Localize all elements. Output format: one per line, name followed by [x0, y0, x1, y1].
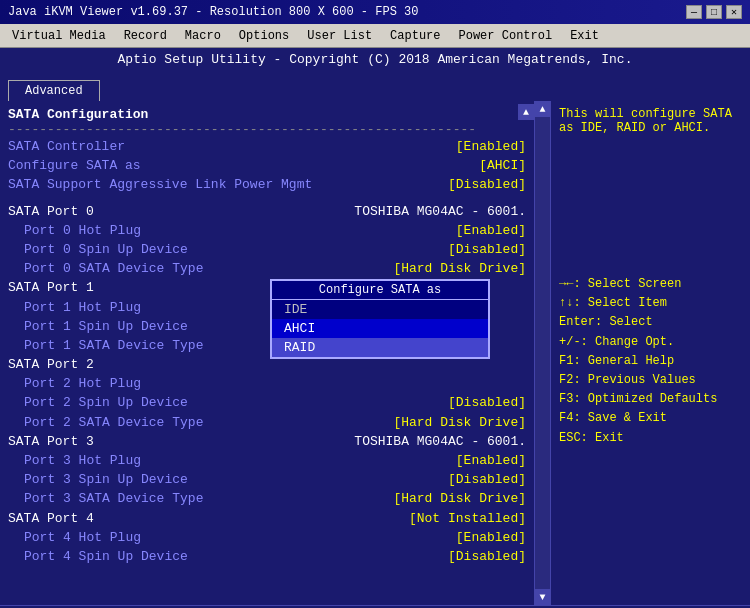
shortcut-change-opt: +/-: Change Opt. — [559, 333, 742, 352]
help-text: This will configure SATA as IDE, RAID or… — [559, 107, 742, 135]
tab-advanced[interactable]: Advanced — [8, 80, 100, 101]
shortcut-select-item: ↑↓: Select Item — [559, 294, 742, 313]
bios-header-title: Aptio Setup Utility - Copyright (C) 2018… — [118, 52, 633, 67]
title-bar: Java iKVM Viewer v1.69.37 - Resolution 8… — [0, 0, 750, 24]
bios-row-sata-controller: SATA Controller [Enabled] — [8, 138, 526, 156]
bios-row-port4-hotplug: Port 4 Hot Plug [Enabled] — [8, 529, 526, 547]
bios-row-port4-spinup: Port 4 Spin Up Device [Disabled] — [8, 548, 526, 566]
section-title: SATA Configuration — [8, 107, 526, 122]
shortcuts-section: →←: Select Screen ↑↓: Select Item Enter:… — [559, 275, 742, 448]
scroll-up-button[interactable]: ▲ — [518, 104, 534, 120]
shortcut-f2: F2: Previous Values — [559, 371, 742, 390]
bios-row-port0-device-type: Port 0 SATA Device Type [Hard Disk Drive… — [8, 260, 526, 278]
window-title: Java iKVM Viewer v1.69.37 - Resolution 8… — [8, 5, 418, 19]
scroll-up-arrow[interactable]: ▲ — [535, 101, 551, 117]
dropdown-option-raid[interactable]: RAID — [272, 338, 488, 357]
bios-row-port2-spinup: Port 2 Spin Up Device [Disabled] — [8, 394, 526, 412]
shortcut-esc: ESC: Exit — [559, 429, 742, 448]
minimize-button[interactable]: — — [686, 5, 702, 19]
bios-row-port3-spinup: Port 3 Spin Up Device [Disabled] — [8, 471, 526, 489]
maximize-button[interactable]: □ — [706, 5, 722, 19]
shortcut-select-screen: →←: Select Screen — [559, 275, 742, 294]
title-bar-controls: — □ ✕ — [686, 5, 742, 19]
menu-exit[interactable]: Exit — [562, 27, 607, 45]
scroll-track — [535, 117, 550, 589]
bios-row-port2-hotplug: Port 2 Hot Plug — [8, 375, 526, 393]
tab-bar: Advanced — [0, 76, 750, 101]
bios-row-port3-device-type: Port 3 SATA Device Type [Hard Disk Drive… — [8, 490, 526, 508]
bios-row-port0-hotplug: Port 0 Hot Plug [Enabled] — [8, 222, 526, 240]
bios-row-sata-port3: SATA Port 3 TOSHIBA MG04AC - 6001. — [8, 433, 526, 451]
dropdown-option-ide[interactable]: IDE — [272, 300, 488, 319]
bios-header: Aptio Setup Utility - Copyright (C) 2018… — [0, 48, 750, 76]
bios-row-port0-spinup: Port 0 Spin Up Device [Disabled] — [8, 241, 526, 259]
bios-row-sata-port0: SATA Port 0 TOSHIBA MG04AC - 6001. — [8, 203, 526, 221]
menu-macro[interactable]: Macro — [177, 27, 229, 45]
menu-options[interactable]: Options — [231, 27, 297, 45]
bios-row-aggressive-link: SATA Support Aggressive Link Power Mgmt … — [8, 176, 526, 194]
menu-user-list[interactable]: User List — [299, 27, 380, 45]
shortcut-enter: Enter: Select — [559, 313, 742, 332]
dropdown-option-ahci[interactable]: AHCI — [272, 319, 488, 338]
configure-sata-dropdown[interactable]: Configure SATA as IDE AHCI RAID — [270, 279, 490, 359]
scroll-down-arrow[interactable]: ▼ — [535, 589, 551, 605]
shortcut-f4: F4: Save & Exit — [559, 409, 742, 428]
bios-row-configure-sata[interactable]: Configure SATA as [AHCI] — [8, 157, 526, 175]
menu-record[interactable]: Record — [116, 27, 175, 45]
close-button[interactable]: ✕ — [726, 5, 742, 19]
menu-power-control[interactable]: Power Control — [451, 27, 561, 45]
menu-bar: Virtual Media Record Macro Options User … — [0, 24, 750, 48]
bios-row-port2-device-type: Port 2 SATA Device Type [Hard Disk Drive… — [8, 414, 526, 432]
bios-row-port3-hotplug: Port 3 Hot Plug [Enabled] — [8, 452, 526, 470]
menu-capture[interactable]: Capture — [382, 27, 448, 45]
right-pane: This will configure SATA as IDE, RAID or… — [550, 101, 750, 605]
menu-virtual-media[interactable]: Virtual Media — [4, 27, 114, 45]
bios-area: ▲ SATA Configuration -------------------… — [0, 101, 750, 605]
bios-row-sata-port4: SATA Port 4 [Not Installed] — [8, 510, 526, 528]
shortcut-f1: F1: General Help — [559, 352, 742, 371]
left-pane: SATA Configuration ---------------------… — [0, 101, 534, 605]
scrollbar[interactable]: ▲ ▼ — [534, 101, 550, 605]
shortcut-f3: F3: Optimized Defaults — [559, 390, 742, 409]
dropdown-title: Configure SATA as — [272, 281, 488, 300]
divider: ----------------------------------------… — [8, 122, 526, 137]
